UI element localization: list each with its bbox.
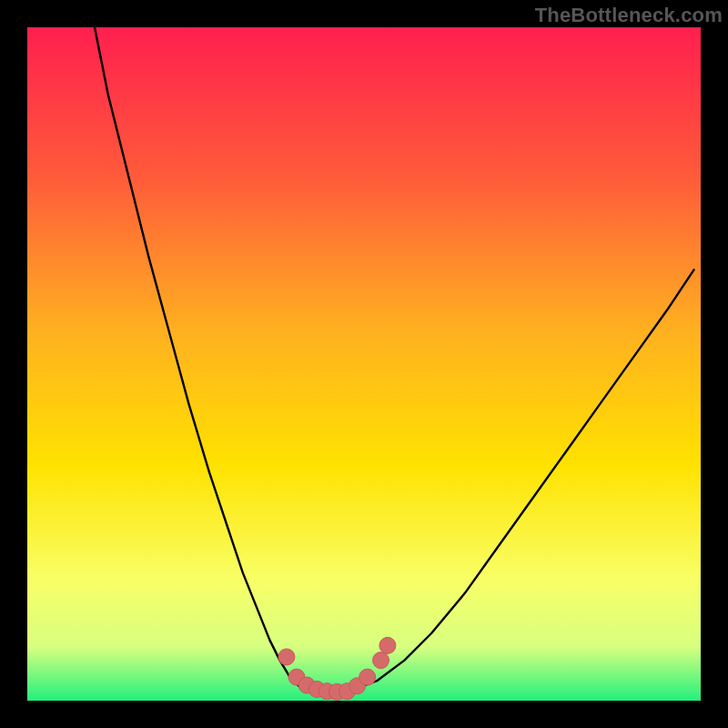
highlight-dots (278, 637, 396, 700)
highlight-dot (373, 652, 389, 669)
curve-layer (27, 27, 701, 701)
chart-stage: TheBottleneck.com (0, 0, 728, 728)
highlight-dot (359, 669, 376, 685)
plot-area (27, 27, 701, 701)
watermark-text: TheBottleneck.com (535, 4, 723, 27)
highlight-dot (379, 637, 396, 653)
highlight-dot (278, 649, 295, 665)
bottleneck-curve (95, 27, 694, 694)
